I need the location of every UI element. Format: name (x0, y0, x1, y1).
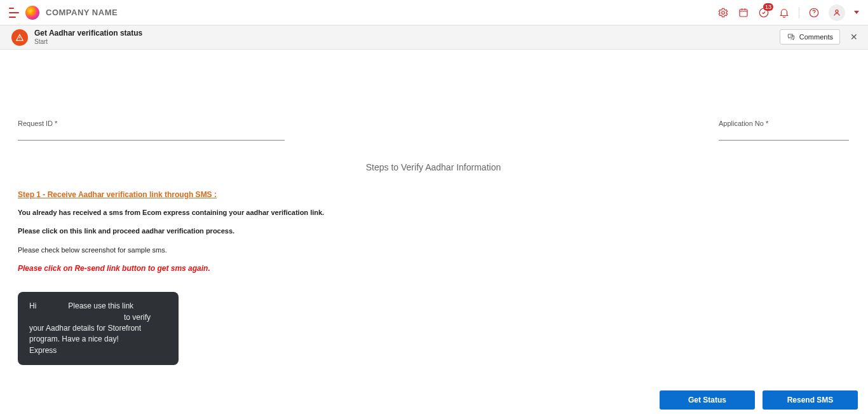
top-bar: COMPANY NAME 13 (0, 0, 868, 25)
footer-bar: Get Status Resend SMS (0, 386, 862, 414)
calendar-icon[interactable] (738, 7, 749, 18)
gear-icon[interactable] (717, 7, 729, 18)
sms-line-4: program. Have a nice day! (29, 334, 167, 345)
bell-icon[interactable] (778, 7, 790, 18)
sms-line-3: your Aadhar details for Storefront (29, 323, 167, 334)
comments-label: Comments (799, 33, 833, 41)
close-icon[interactable]: ✕ (849, 32, 859, 42)
main-content: Request ID * Application No * Steps to V… (10, 56, 857, 386)
comments-button[interactable]: Comments (780, 29, 840, 45)
user-avatar[interactable] (829, 4, 845, 21)
steps-title: Steps to Verify Aadhar Information (18, 162, 849, 172)
sms-line-1a: Hi (29, 301, 36, 310)
step1-text-3: Please check below screenshot for sample… (18, 245, 849, 255)
application-no-field: Application No * (719, 120, 849, 141)
form-row: Request ID * Application No * (18, 120, 849, 141)
comments-icon (787, 32, 796, 41)
svg-point-6 (20, 39, 20, 39)
resend-sms-button[interactable]: Resend SMS (763, 390, 858, 410)
get-status-button[interactable]: Get Status (660, 390, 755, 410)
request-id-input[interactable] (18, 128, 285, 141)
sub-bar: Get Aadhar verification status Start Com… (0, 25, 868, 50)
brand-name: COMPANY NAME (46, 8, 118, 17)
svg-point-4 (814, 14, 815, 15)
svg-point-5 (836, 10, 838, 12)
page-subtitle: Start (34, 38, 142, 45)
divider (799, 7, 799, 18)
resend-note: Please click on Re-send link button to g… (18, 264, 849, 273)
svg-rect-1 (740, 9, 747, 16)
application-no-input[interactable] (719, 128, 849, 141)
request-id-label: Request ID * (18, 120, 285, 127)
help-icon[interactable] (808, 7, 820, 18)
sms-sample: HiPlease use this link to verify your Aa… (18, 292, 179, 365)
sms-line-2: to verify (29, 312, 167, 323)
notification-badge: 13 (763, 3, 773, 11)
company-logo (25, 6, 39, 20)
sms-line-5: Express (29, 345, 167, 356)
sms-line-1b: Please use this link (36, 301, 133, 310)
step1-heading: Step 1 - Receive Aadhar verification lin… (18, 190, 849, 199)
application-no-label: Application No * (719, 120, 849, 127)
top-icons: 13 (717, 4, 859, 21)
request-id-field: Request ID * (18, 120, 285, 141)
tasks-icon[interactable]: 13 (758, 7, 770, 18)
page-title: Get Aadhar verification status (34, 29, 142, 38)
step1-text-1: You already has received a sms from Ecom… (18, 208, 849, 217)
user-menu-caret[interactable] (854, 11, 859, 14)
svg-point-0 (722, 11, 725, 14)
page-icon (11, 29, 28, 46)
step1-text-2: Please click on this link and proceed aa… (18, 226, 849, 236)
menu-icon[interactable] (9, 8, 19, 18)
